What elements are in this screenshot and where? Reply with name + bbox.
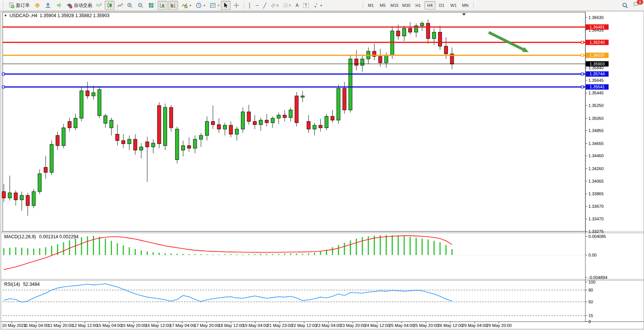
fibonacci-tool-button[interactable]: F bbox=[281, 1, 293, 10]
timeframe-button-M1[interactable]: M1 bbox=[365, 1, 376, 10]
timeframe-button-H1[interactable]: H1 bbox=[413, 1, 424, 10]
macd-histogram-bar bbox=[362, 237, 363, 255]
community-button[interactable] bbox=[43, 1, 53, 10]
main-plot-border bbox=[3, 12, 585, 231]
time-tick-label: 22 May 12:00 bbox=[292, 323, 317, 328]
toolbar-grip[interactable] bbox=[3, 2, 4, 9]
candle-body bbox=[313, 125, 316, 129]
time-tick-label: 29 May 04:00 bbox=[462, 323, 488, 328]
line-handle-right[interactable] bbox=[581, 41, 583, 43]
horizontal-line-tool-button[interactable]: ─ bbox=[254, 1, 261, 10]
macd-values: 0.001314 0.002294 bbox=[39, 234, 78, 239]
candle-body bbox=[56, 136, 59, 146]
crosshair-button[interactable] bbox=[231, 1, 241, 10]
timeframe-button-M30[interactable]: M30 bbox=[401, 1, 412, 10]
cursor-arrow-icon bbox=[223, 2, 229, 8]
macd-indicator-label: MACD(12,26,9) 0.001314 0.002294 bbox=[4, 234, 78, 239]
price-tick-label: 1.35445 bbox=[588, 91, 604, 95]
candle-body bbox=[289, 110, 292, 118]
macd-histogram-bar bbox=[105, 239, 106, 255]
price-tick-label: 1.33275 bbox=[588, 229, 604, 234]
candle-body bbox=[235, 129, 239, 134]
candle-body bbox=[140, 147, 143, 150]
cursor-button[interactable] bbox=[221, 1, 231, 10]
trend-arrow-annotation[interactable] bbox=[489, 32, 523, 49]
chevron-down-icon[interactable]: ▾ bbox=[320, 4, 322, 7]
line-handle-right[interactable] bbox=[581, 86, 583, 88]
periods-button[interactable]: ▾ bbox=[194, 1, 207, 10]
time-tick-label: 19 May 04:00 bbox=[243, 323, 268, 328]
macd-histogram-bar bbox=[320, 251, 321, 255]
channel-tool-button[interactable]: E bbox=[269, 1, 281, 10]
line-handle-right[interactable] bbox=[581, 54, 583, 56]
time-tick-label: 23 May 20:00 bbox=[340, 323, 366, 328]
line-handle-left[interactable] bbox=[2, 86, 5, 88]
search-button[interactable] bbox=[620, 1, 630, 10]
macd-histogram-bar bbox=[87, 236, 88, 255]
candle-body bbox=[2, 191, 6, 198]
bar-chart-button[interactable] bbox=[94, 1, 104, 10]
price-badge-label: 1.35744 bbox=[590, 72, 605, 76]
price-tick-label: 1.34260 bbox=[588, 166, 604, 171]
candle-body bbox=[116, 134, 119, 141]
candle-body bbox=[32, 191, 35, 206]
text-tool-icon: A bbox=[295, 3, 298, 8]
timeframe-button-D1[interactable]: D1 bbox=[436, 1, 447, 10]
chart-shift-marker[interactable] bbox=[462, 13, 466, 16]
zoom-in-button[interactable] bbox=[125, 1, 135, 10]
macd-histogram-bar bbox=[201, 254, 202, 255]
candle-body bbox=[98, 89, 101, 116]
candle-body bbox=[175, 129, 179, 159]
market-button[interactable] bbox=[32, 1, 42, 10]
price-tick-label: 1.36630 bbox=[588, 15, 604, 20]
indicators-button[interactable]: ▾ bbox=[180, 1, 193, 10]
macd-histogram-bar bbox=[171, 253, 172, 255]
timeframe-button-W1[interactable]: W1 bbox=[448, 1, 459, 10]
arrows-tool-button[interactable]: ▾ bbox=[311, 1, 324, 10]
line-handle-left[interactable] bbox=[2, 73, 5, 75]
macd-histogram-bar bbox=[9, 248, 10, 255]
trendline-tool-button[interactable]: ╱ bbox=[261, 1, 268, 10]
market-icon bbox=[34, 2, 40, 8]
candle-body bbox=[223, 125, 226, 129]
auto-scroll-button[interactable] bbox=[158, 1, 167, 10]
line-handle-right[interactable] bbox=[581, 73, 583, 75]
label-tool-button[interactable]: T bbox=[301, 1, 311, 10]
macd-axis-label: 0.00 bbox=[588, 253, 596, 257]
macd-histogram-bar bbox=[39, 248, 40, 255]
timeframe-button-M15[interactable]: M15 bbox=[389, 1, 400, 10]
candle-body bbox=[182, 146, 185, 150]
chart-collapse-icon[interactable]: ▼ bbox=[4, 14, 7, 18]
candle-body bbox=[277, 115, 281, 118]
macd-histogram-bar bbox=[159, 253, 160, 255]
toolbar-grip[interactable] bbox=[90, 2, 92, 9]
notifications-button[interactable]: 1 bbox=[631, 1, 641, 10]
time-tick-label: 17 May 20:00 bbox=[194, 323, 220, 328]
trendline-icon: ╱ bbox=[263, 3, 266, 8]
signals-button[interactable] bbox=[54, 1, 64, 10]
timeframe-button-H4[interactable]: H4 bbox=[424, 1, 435, 10]
chart-window[interactable]: 1.366301.364351.358401.356451.354451.352… bbox=[1, 11, 644, 329]
candle-body bbox=[229, 125, 233, 134]
fibonacci-tool-suffix: F bbox=[289, 4, 291, 7]
timeframe-button-MN[interactable]: MN bbox=[460, 1, 471, 10]
text-tool-button[interactable]: A bbox=[293, 1, 300, 10]
rsi-axis-label: 15 bbox=[588, 313, 593, 318]
vertical-line-tool-button[interactable]: │ bbox=[246, 1, 253, 10]
time-tick-label: 15 May 04:00 bbox=[97, 323, 122, 328]
macd-histogram-bar bbox=[123, 246, 124, 255]
new-order-button[interactable]: 新订单 bbox=[6, 1, 32, 10]
candle-body bbox=[8, 193, 11, 198]
macd-histogram-bar bbox=[230, 254, 231, 255]
timeframe-button-M5[interactable]: M5 bbox=[377, 1, 388, 10]
new-order-icon bbox=[8, 2, 14, 8]
chart-canvas[interactable]: 1.366301.364351.358401.356451.354451.352… bbox=[1, 11, 644, 328]
chevron-down-icon[interactable]: ▾ bbox=[204, 4, 205, 7]
candlestick-chart-button[interactable] bbox=[105, 1, 115, 10]
chevron-down-icon[interactable]: ▾ bbox=[190, 4, 191, 7]
candle-body bbox=[361, 59, 364, 65]
candle-body bbox=[217, 124, 221, 129]
zoom-out-button[interactable] bbox=[135, 1, 145, 10]
macd-histogram-bar bbox=[236, 254, 238, 255]
crosshair-icon bbox=[233, 2, 239, 8]
